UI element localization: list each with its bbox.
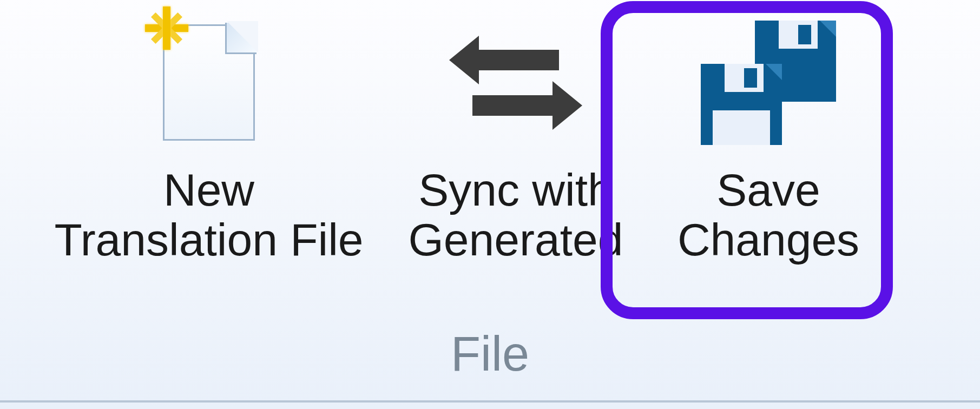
ribbon-group-file: New Translation File Sync with Generated… <box>0 0 980 397</box>
new-translation-file-label: New Translation File <box>54 165 363 265</box>
new-translation-file-button[interactable]: New Translation File <box>32 11 385 276</box>
save-changes-button[interactable]: Save Changes <box>646 11 891 276</box>
new-file-icon <box>36 16 382 149</box>
ribbon-group-label: File <box>0 326 980 382</box>
sync-with-generated-button[interactable]: Sync with Generated <box>385 11 646 276</box>
save-all-icon <box>649 16 887 149</box>
ribbon-separator <box>0 400 980 403</box>
sync-with-generated-label: Sync with Generated <box>409 165 623 265</box>
save-changes-label: Save Changes <box>678 165 859 265</box>
sync-arrows-icon <box>389 16 643 149</box>
